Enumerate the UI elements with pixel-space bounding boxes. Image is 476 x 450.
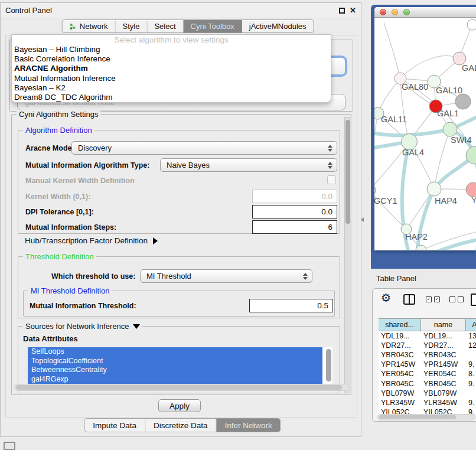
sources-group: Sources for Network Inference Data Attri… [18, 326, 340, 393]
table-cell: 8. [468, 369, 474, 379]
table-hscrollbar[interactable] [377, 414, 475, 420]
algorithm-option[interactable]: ARACNE Algorithm [12, 64, 331, 73]
tab-jactivemnodules[interactable]: jActiveMNodules [242, 20, 314, 32]
algorithm-dropdown-placeholder: Select algorithm to view settings [12, 35, 331, 45]
data-attributes-list[interactable]: SelfLoopsTopologicalCoefficientBetweenne… [28, 347, 332, 384]
expanded-arrow-icon [133, 324, 140, 329]
table-row[interactable]: YBR043CYBR043C [379, 350, 476, 360]
network-edge-highlighted[interactable] [431, 239, 476, 250]
column-header-partial[interactable]: A [466, 319, 476, 331]
tab-impute-data[interactable]: Impute Data [84, 419, 145, 432]
float-icon[interactable] [339, 8, 345, 14]
sources-title-text: Sources for Network Inference [25, 322, 129, 331]
attribute-list-item[interactable]: TopologicalCoefficient [28, 357, 322, 366]
tab-select[interactable]: Select [147, 20, 183, 32]
column-header-name[interactable]: name [421, 319, 466, 331]
zoom-traffic-icon[interactable] [403, 9, 410, 15]
checked-column-icon[interactable]: ✓ [434, 296, 440, 302]
minimized-panel-icon[interactable] [4, 442, 15, 450]
which-threshold-combo[interactable]: MI Threshold [140, 269, 312, 283]
algorithm-dropdown-list: Select algorithm to view settings Bayesi… [11, 34, 331, 103]
gear-icon[interactable]: ⚙ [381, 291, 391, 305]
network-node-GCY1[interactable] [374, 184, 376, 196]
threshold-definition-title: Threshold Definition [23, 252, 96, 261]
table-row[interactable]: YBL079WYBL079W [379, 389, 476, 398]
mi-type-combo[interactable]: Naive Bayes [160, 158, 337, 172]
tab-network[interactable]: Network [63, 20, 116, 32]
table-cell: YPR145W [423, 360, 458, 369]
network-window-titlebar [374, 7, 476, 18]
mi-steps-label: Mutual Information Steps: [25, 223, 116, 231]
minimize-traffic-icon[interactable] [392, 9, 398, 15]
table-row[interactable]: YER054CYER054C8. [379, 369, 476, 379]
network-edge[interactable] [374, 113, 378, 190]
panel-divider-handle[interactable] [361, 217, 364, 222]
settings-scrollbar-thumb[interactable] [345, 120, 350, 224]
apply-button[interactable]: Apply [158, 399, 201, 412]
network-edge[interactable] [384, 22, 400, 79]
algorithm-option[interactable]: Mutual Information Inference [12, 74, 331, 83]
network-view-window[interactable]: GALGAL80GAL10GAL1GAL11SWI4GAL4GCY1HAP4YH… [374, 7, 476, 250]
split-view-icon[interactable] [403, 294, 415, 305]
attribute-list-item[interactable]: BetweennessCentrality [28, 366, 322, 375]
table-hscrollbar-thumb[interactable] [379, 415, 456, 419]
checked-column-icon[interactable]: ✓ [426, 296, 432, 302]
network-node-HAP4[interactable] [427, 182, 441, 196]
mi-steps-input[interactable]: 6 [252, 220, 337, 234]
network-node-unnamed[interactable] [467, 19, 476, 30]
hub-definition-toggle[interactable]: Hub/Transcription Factor Definition [25, 236, 158, 245]
sources-group-title[interactable]: Sources for Network Inference [23, 322, 142, 331]
table-row[interactable]: YDR27...YDR27...12 [379, 341, 476, 350]
aracne-mode-combo[interactable]: Discovery [71, 141, 337, 155]
close-traffic-icon[interactable] [380, 9, 386, 15]
close-icon[interactable]: ✕ [350, 8, 356, 14]
cyni-algorithm-settings-group: Cyni Algorithm Settings Algorithm Defini… [11, 114, 351, 395]
unchecked-column-icon[interactable] [458, 296, 464, 302]
mi-threshold-input[interactable]: 0.5 [249, 299, 333, 312]
table-cell: YER054C [381, 369, 414, 379]
manual-kernel-checkbox[interactable] [327, 175, 336, 184]
network-edge[interactable] [378, 79, 400, 113]
attribute-list-item[interactable]: SelfLoops [28, 347, 322, 357]
column-header-shared-name[interactable]: shared... [379, 319, 421, 331]
collapsed-arrow-icon [153, 237, 158, 244]
tab-label: Network [80, 22, 108, 31]
settings-hscrollbar[interactable] [14, 384, 350, 391]
table-body[interactable]: YDL19...YDL19...13YDR27...YDR27...12YBR0… [379, 331, 476, 414]
network-node-label: GAL4 [402, 148, 424, 157]
settings-scrollbar[interactable] [344, 117, 351, 393]
tab-discretize-data[interactable]: Discretize Data [145, 419, 217, 432]
table-row[interactable]: YBR045CYBR045C9. [379, 379, 476, 389]
algorithm-option[interactable]: Bayesian – Hill Climbing [12, 45, 331, 54]
table-cell: YBL079W [381, 389, 414, 398]
network-node-label: GAL1 [437, 109, 459, 118]
table-panel-title: Table Panel [376, 274, 416, 283]
tab-infer-network[interactable]: Infer Network [216, 419, 280, 432]
table-row[interactable]: YDL19...YDL19...13 [379, 331, 476, 341]
network-canvas[interactable]: GALGAL80GAL10GAL1GAL11SWI4GAL4GCY1HAP4YH… [374, 18, 476, 250]
network-node-label: HAP4 [435, 196, 457, 206]
table-row[interactable]: YPR145WYPR145W9. [379, 360, 476, 369]
attribute-list-item[interactable]: gal4RGexp [28, 375, 322, 384]
network-node-salmon-node[interactable] [466, 182, 476, 197]
mi-type-label: Mutual Information Algorithm Type: [25, 161, 149, 169]
dpi-tolerance-input[interactable]: 0.0 [252, 205, 337, 219]
network-node-gray-node[interactable] [455, 94, 471, 109]
tab-cyni-toolbox[interactable]: Cyni Toolbox [184, 20, 242, 32]
algorithm-option[interactable]: Dream8 DC_TDC Algorithm [12, 93, 331, 102]
unchecked-column-icon[interactable] [449, 296, 455, 302]
algorithm-option[interactable]: Basic Correlation Inference [12, 54, 331, 64]
attributes-scrollbar-thumb[interactable] [326, 349, 331, 381]
table-cell: YBL079W [423, 389, 457, 398]
network-node-GAL1[interactable] [443, 122, 457, 136]
document-icon[interactable] [471, 294, 476, 306]
network-edge[interactable] [400, 56, 459, 79]
table-row[interactable]: YIL052CYIL052C9. [379, 407, 476, 414]
tab-style[interactable]: Style [115, 20, 147, 32]
algorithm-option[interactable]: Bayesian – K2 [12, 83, 331, 93]
table-cell: YDL19... [423, 331, 452, 341]
kernel-width-input[interactable]: 0.0 [252, 190, 337, 203]
dpi-tolerance-value: 0.0 [321, 207, 332, 216]
table-row[interactable]: YLR345WYLR345W9. [379, 398, 476, 407]
settings-hscrollbar-thumb[interactable] [16, 385, 342, 390]
